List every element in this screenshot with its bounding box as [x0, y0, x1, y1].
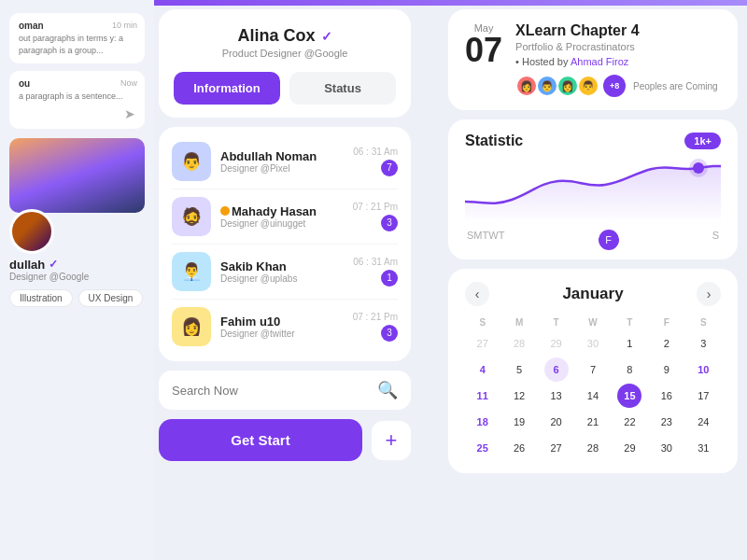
- get-start-button[interactable]: Get Start: [159, 419, 362, 461]
- stat-chart: [465, 155, 721, 220]
- send-icon: ➤: [124, 106, 135, 121]
- cal-day[interactable]: 1: [617, 331, 641, 356]
- cal-prev-button[interactable]: ‹: [465, 282, 489, 306]
- profile-name: dullah ✓: [9, 258, 58, 272]
- cal-day[interactable]: 19: [507, 410, 531, 434]
- contact-role: Designer @uinugget: [220, 218, 344, 229]
- tab-status[interactable]: Status: [289, 72, 396, 105]
- contact-time: 06 : 31 Am: [353, 257, 398, 267]
- stat-badge: 1k+: [684, 133, 721, 149]
- contact-info: Mahady Hasan Designer @uinugget: [220, 204, 344, 229]
- cal-day[interactable]: 30: [581, 331, 605, 356]
- plus-button[interactable]: +: [372, 421, 411, 460]
- cal-day[interactable]: 23: [655, 410, 679, 434]
- contact-badge: 7: [381, 160, 398, 176]
- contact-item[interactable]: 👩 Fahim u10 Designer @twitter 07 : 21 Pm…: [172, 300, 398, 354]
- cal-day[interactable]: 9: [655, 357, 679, 382]
- cal-day[interactable]: 27: [544, 436, 569, 460]
- profile-title: Designer @Google: [9, 272, 89, 282]
- cal-day[interactable]: 17: [691, 384, 715, 408]
- profile-subtitle: Product Designer @Google: [174, 48, 396, 59]
- event-date: May 07: [465, 22, 502, 67]
- cal-header: ‹ January ›: [465, 282, 721, 306]
- host-link[interactable]: Ahmad Firoz: [571, 56, 628, 67]
- cal-day[interactable]: 7: [581, 357, 605, 382]
- contact-role: Designer @uplabs: [220, 273, 344, 284]
- cal-day-label: M: [501, 315, 536, 329]
- cal-day[interactable]: 22: [617, 410, 641, 434]
- search-input[interactable]: [172, 384, 370, 398]
- contact-avatar: 👨‍💼: [172, 252, 211, 291]
- cal-day[interactable]: 27: [471, 331, 495, 356]
- cal-day[interactable]: 30: [655, 436, 679, 460]
- verified-center-icon: ✓: [321, 29, 332, 44]
- contact-item[interactable]: 👨‍💼 Sakib Khan Designer @uplabs 06 : 31 …: [172, 245, 398, 300]
- contact-badge: 3: [381, 325, 398, 342]
- tag-illustration[interactable]: Illustration: [9, 289, 73, 307]
- cal-day[interactable]: 5: [507, 357, 531, 382]
- event-day: 07: [465, 34, 502, 67]
- cal-day[interactable]: 15: [617, 384, 641, 408]
- cal-next-button[interactable]: ›: [697, 282, 721, 306]
- attendees-label: Peoples are Coming: [633, 81, 718, 91]
- contact-name: Sakib Khan: [220, 259, 344, 273]
- cal-day[interactable]: 8: [617, 357, 641, 382]
- cal-day[interactable]: 14: [581, 384, 605, 408]
- day-f[interactable]: F: [599, 230, 619, 250]
- cal-day[interactable]: 2: [655, 331, 679, 356]
- cal-day[interactable]: 25: [471, 436, 495, 460]
- contact-item[interactable]: 🧔 Mahady Hasan Designer @uinugget 07 : 2…: [172, 189, 398, 245]
- left-profile: dullah ✓ Designer @Google Illustration U…: [9, 222, 145, 307]
- chat-bubble-2: ou Now a paragraph is a sentence... ➤: [9, 71, 145, 129]
- contact-time: 06 : 31 Am: [353, 147, 398, 157]
- contact-list: 👨 Abdullah Noman Designer @Pixel 06 : 31…: [159, 127, 411, 361]
- cal-day[interactable]: 28: [581, 436, 605, 460]
- cal-day-label: S: [465, 315, 500, 329]
- cal-day[interactable]: 24: [691, 410, 715, 434]
- cal-day[interactable]: 26: [507, 436, 531, 460]
- contact-item[interactable]: 👨 Abdullah Noman Designer @Pixel 06 : 31…: [172, 134, 398, 189]
- cal-day[interactable]: 12: [507, 384, 531, 408]
- contact-meta: 06 : 31 Am 1: [353, 257, 398, 287]
- tab-information[interactable]: Information: [174, 72, 280, 105]
- chat-text-1: out paragraphs in terms y: a paragraph i…: [19, 33, 135, 56]
- cal-day[interactable]: 20: [544, 410, 569, 434]
- cal-day[interactable]: 10: [691, 357, 715, 382]
- event-title: XLearn Chapter 4: [515, 22, 721, 39]
- center-panel: Alina Cox ✓ Product Designer @Google Inf…: [159, 9, 411, 461]
- chat-bubble-1: oman 10 min out paragraphs in terms y: a…: [9, 13, 145, 63]
- cal-day[interactable]: 29: [544, 331, 569, 356]
- search-button[interactable]: 🔍: [377, 380, 398, 400]
- cal-day[interactable]: 18: [471, 410, 495, 434]
- attendee-4: 👨: [577, 75, 599, 97]
- verified-icon: ✓: [49, 258, 58, 271]
- attendee-3: 👩: [557, 75, 579, 97]
- contact-badge: 3: [381, 215, 398, 231]
- cal-day[interactable]: 16: [655, 384, 679, 408]
- contact-time: 07 : 21 Pm: [353, 312, 398, 322]
- cal-day[interactable]: 28: [507, 331, 531, 356]
- cal-grid: SMTWTFS272829301234567891011121314151617…: [465, 315, 721, 460]
- cal-day[interactable]: 13: [544, 384, 569, 408]
- cal-day-label: T: [539, 315, 573, 329]
- cal-day[interactable]: 21: [581, 410, 605, 434]
- svg-point-1: [689, 159, 708, 177]
- chat-sender-2: ou: [19, 78, 135, 89]
- cal-day[interactable]: 31: [691, 436, 715, 460]
- cal-day[interactable]: 4: [471, 357, 495, 382]
- attendee-2: 👨: [536, 75, 558, 97]
- contact-avatar: 👩: [172, 307, 211, 346]
- attendees-more: +8: [603, 75, 626, 97]
- cal-day[interactable]: 11: [471, 384, 495, 408]
- search-bar: 🔍: [159, 371, 411, 410]
- contact-avatar: 👨: [172, 142, 211, 181]
- contact-meta: 07 : 21 Pm 3: [353, 312, 398, 342]
- cal-day[interactable]: 29: [617, 436, 641, 460]
- day-s1: S: [467, 230, 473, 250]
- profile-card: Alina Cox ✓ Product Designer @Google Inf…: [159, 9, 411, 118]
- tag-ux-design[interactable]: UX Design: [78, 289, 144, 307]
- contact-info: Sakib Khan Designer @uplabs: [220, 259, 344, 284]
- cal-day[interactable]: 6: [544, 357, 569, 382]
- cal-day[interactable]: 3: [691, 331, 715, 356]
- action-row: Get Start +: [159, 419, 411, 461]
